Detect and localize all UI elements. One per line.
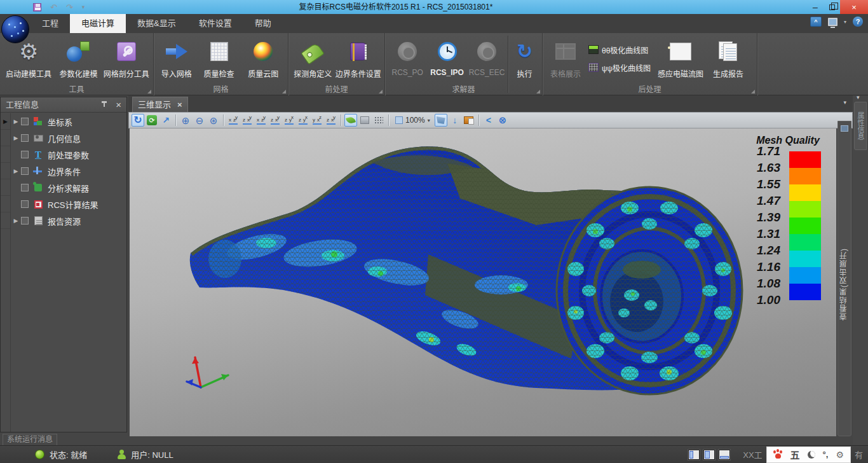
- view-preset-button[interactable]: zyx: [297, 114, 309, 127]
- results-vertical-tab[interactable]: 查看结果(双击展开): [837, 121, 851, 436]
- generate-report-button[interactable]: 生成报告: [708, 36, 749, 79]
- layout-wide-panel-icon[interactable]: [703, 450, 715, 460]
- dock-dropdown-icon[interactable]: ▾: [857, 94, 860, 100]
- close-view-button[interactable]: ⊗: [496, 114, 509, 127]
- menu-tab-settings[interactable]: 软件设置: [187, 14, 243, 33]
- panel-close-icon[interactable]: ×: [116, 97, 121, 113]
- pin-icon[interactable]: [101, 101, 107, 109]
- collapse-ribbon-icon[interactable]: ^: [810, 17, 822, 27]
- refresh-view-button[interactable]: ⟳: [146, 114, 158, 127]
- viewport-3d[interactable]: Mesh Quality 1.711.631.551.471.391.311.2…: [130, 128, 836, 436]
- save-view-button[interactable]: ↓: [449, 114, 461, 127]
- ime-moon-icon[interactable]: [808, 451, 815, 459]
- menu-tab-help[interactable]: 帮助: [243, 14, 283, 33]
- system-messages-tab[interactable]: 系统运行消息: [3, 434, 57, 445]
- zoom-level-dropdown[interactable]: 100% ▾: [392, 114, 433, 127]
- legend-value: 1.24: [743, 244, 780, 258]
- view-preset-button[interactable]: yxz: [311, 114, 323, 127]
- psi-polarization-curve-button[interactable]: ψψ极化曲线图: [586, 60, 653, 74]
- snapshot-button[interactable]: [435, 114, 447, 127]
- view-preset-button[interactable]: xzy: [255, 114, 268, 127]
- theta-polarization-curve-button[interactable]: θθ极化曲线图: [586, 43, 653, 57]
- tree-item-report-resources[interactable]: ▶ 报告资源: [11, 212, 126, 229]
- monitor-icon[interactable]: [828, 18, 837, 26]
- tree-item-geometry-info[interactable]: ▶ 几何信息: [11, 130, 126, 146]
- ime-gear-icon[interactable]: ⚙: [836, 450, 844, 460]
- tree-item-boundary-conditions[interactable]: ▶ 边界条件: [11, 163, 126, 179]
- plane-view-button[interactable]: [358, 114, 371, 127]
- group-dialog-launcher[interactable]: [282, 90, 286, 93]
- ime-toolbar[interactable]: 五 °, ⚙: [766, 446, 851, 463]
- checkbox[interactable]: [21, 134, 29, 142]
- detect-angle-button[interactable]: 探测角定义: [291, 36, 335, 79]
- property-info-tab[interactable]: 属性信息: [854, 102, 867, 150]
- app-logo[interactable]: [1, 15, 29, 43]
- view-preset-button[interactable]: zxy: [241, 114, 254, 127]
- parametric-modeling-button[interactable]: 参数化建模: [55, 36, 102, 79]
- export-folder-button[interactable]: [463, 114, 475, 127]
- zoom-fit-button[interactable]: ⊛: [207, 114, 220, 127]
- legend-color-band: [789, 151, 821, 168]
- boundary-condition-button[interactable]: 边界条件设置: [335, 36, 382, 79]
- group-dialog-launcher[interactable]: [147, 90, 151, 93]
- minimize-button[interactable]: –: [807, 0, 824, 14]
- pan-view-button[interactable]: ↗: [159, 114, 172, 127]
- import-mesh-button[interactable]: 导入网格: [156, 36, 197, 79]
- view-preset-button[interactable]: xzy: [227, 114, 240, 127]
- monitor-dropdown-icon[interactable]: ▾: [844, 19, 846, 25]
- quality-check-button[interactable]: 质量检查: [197, 36, 241, 79]
- menu-tab-project[interactable]: 工程: [31, 14, 70, 33]
- expander-icon[interactable]: ▶: [11, 118, 21, 125]
- layout-left-panel-icon[interactable]: [688, 450, 700, 460]
- ime-paw-icon[interactable]: [773, 450, 783, 459]
- view-preset-button[interactable]: zxy: [269, 114, 281, 127]
- tree-item-solver[interactable]: 分析求解器: [11, 179, 126, 196]
- help-icon[interactable]: ?: [853, 17, 863, 27]
- tag-icon: [301, 42, 325, 64]
- layout-bottom-panel-icon[interactable]: [719, 450, 730, 460]
- table-icon: [555, 43, 576, 60]
- quality-cloudmap-button[interactable]: 质量云图: [241, 36, 285, 79]
- expander-icon[interactable]: ▶: [11, 135, 21, 141]
- tree-item-rcs-results[interactable]: RCS计算结果: [11, 196, 126, 212]
- rcs-ipo-button[interactable]: RCS_IPO: [427, 36, 466, 77]
- group-dialog-launcher[interactable]: [536, 90, 540, 93]
- checkbox[interactable]: [21, 118, 29, 125]
- ime-punctuation-label[interactable]: °,: [823, 450, 829, 459]
- view-preset-button[interactable]: zxy: [325, 114, 337, 127]
- menu-bar: 工程 电磁计算 数据&显示 软件设置 帮助 ^ ▾ ?: [0, 14, 868, 33]
- right-dock: ▾ 属性信息: [853, 95, 868, 445]
- zoom-in-button[interactable]: ⊕: [179, 114, 192, 127]
- checkbox[interactable]: [21, 151, 29, 158]
- menu-tab-em-compute[interactable]: 电磁计算: [70, 14, 126, 33]
- tab-close-icon[interactable]: ×: [177, 98, 182, 112]
- group-dialog-launcher[interactable]: [379, 90, 383, 93]
- share-button[interactable]: <: [482, 114, 495, 127]
- zoom-out-button[interactable]: ⊖: [193, 114, 206, 127]
- tab-overflow-icon[interactable]: ▾: [843, 99, 846, 106]
- close-button[interactable]: ×: [840, 0, 868, 14]
- execute-button[interactable]: ↻ 执行: [510, 36, 539, 79]
- tab-3d-display[interactable]: 三维显示 ×: [132, 97, 188, 112]
- checkbox[interactable]: [21, 167, 29, 175]
- clock-icon: [438, 42, 457, 61]
- induced-current-map-button[interactable]: 感应电磁流图: [653, 36, 708, 79]
- view-preset-button[interactable]: zyx: [283, 114, 295, 127]
- expander-icon[interactable]: ▶: [11, 218, 21, 224]
- restore-button[interactable]: [824, 0, 840, 14]
- checkbox[interactable]: [21, 200, 29, 208]
- rotate-view-button[interactable]: ↻: [132, 114, 144, 127]
- tree-item-preprocess-params[interactable]: T 前处理参数: [11, 146, 126, 163]
- ribbon-group-postprocess: 表格展示 θθ极化曲线图 ψψ极化曲线图 感应电磁流图 生成报告 后处理: [543, 33, 757, 95]
- menu-tab-data-display[interactable]: 数据&显示: [126, 14, 187, 33]
- expander-icon[interactable]: ▶: [11, 168, 21, 174]
- tree-item-coordinate-system[interactable]: ▶ 坐标系: [11, 113, 126, 130]
- checkbox[interactable]: [21, 217, 29, 225]
- mesh-partition-tool-button[interactable]: 网格剖分工具: [102, 36, 151, 79]
- shaded-view-button[interactable]: [344, 114, 357, 127]
- group-dialog-launcher[interactable]: [751, 90, 755, 93]
- checkbox[interactable]: [21, 184, 29, 191]
- ime-wubi-label[interactable]: 五: [790, 448, 800, 461]
- restore-icon: [829, 4, 835, 10]
- grid-toggle-button[interactable]: [372, 114, 385, 127]
